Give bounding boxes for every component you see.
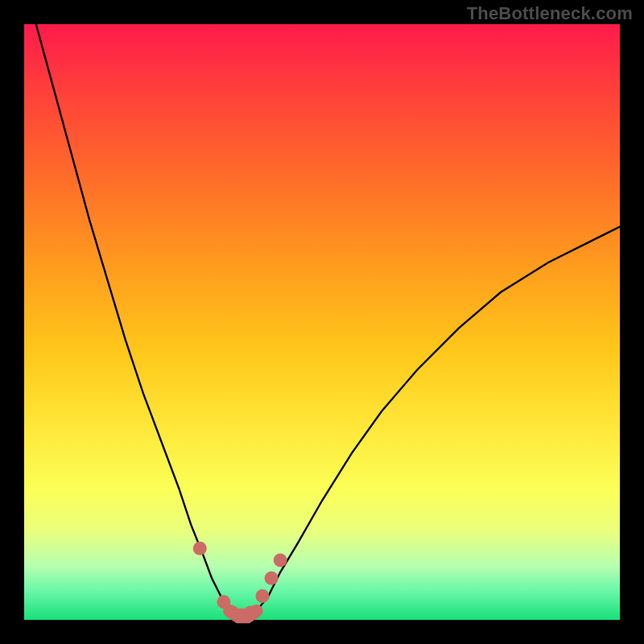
data-marker — [217, 595, 230, 609]
chart-svg — [24, 24, 620, 620]
line-layer — [36, 24, 620, 617]
data-marker — [244, 606, 258, 620]
plot-area — [24, 24, 620, 620]
chart-frame: TheBottleneck.com — [0, 0, 644, 644]
data-marker — [274, 554, 287, 568]
data-marker — [265, 572, 279, 585]
watermark-text: TheBottleneck.com — [467, 3, 633, 24]
marker-layer — [193, 542, 287, 622]
bottleneck-curve — [36, 24, 620, 617]
data-marker — [193, 542, 207, 555]
data-marker — [256, 589, 270, 603]
